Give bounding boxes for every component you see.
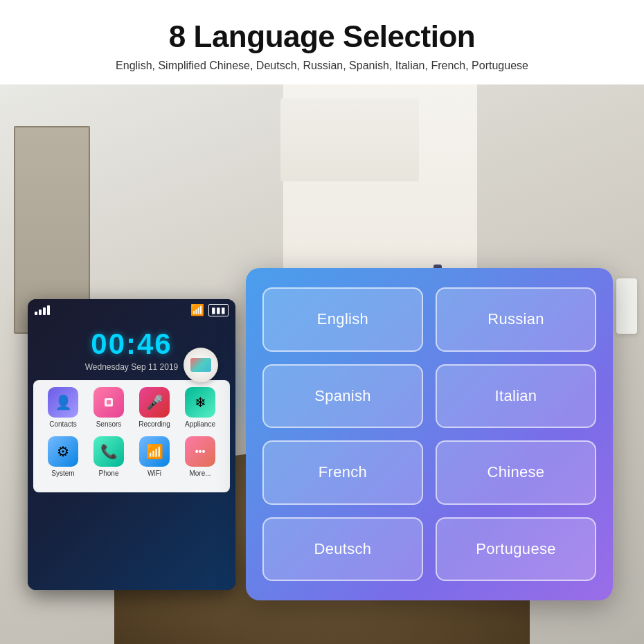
recording-icon: 🎤 — [139, 387, 170, 418]
signal-bar-4 — [47, 305, 50, 315]
app-contacts[interactable]: 👤 Contacts — [44, 387, 82, 428]
app-sensors[interactable]: Sensors — [89, 387, 128, 428]
svg-rect-3 — [107, 402, 109, 404]
wifi-icon: 📶 — [190, 303, 204, 316]
svg-rect-2 — [109, 400, 111, 402]
app-wifi[interactable]: 📶 WiFi — [135, 436, 174, 477]
device-screen: 📶 ▮▮▮ 00:46 Wednesday Sep 11 2019 👤 Cont… — [28, 299, 235, 590]
app-recording[interactable]: 🎤 Recording — [135, 387, 174, 428]
ceiling-light — [280, 98, 419, 181]
more-label: More... — [189, 469, 211, 477]
intercom-right — [616, 278, 637, 334]
recording-label: Recording — [138, 420, 170, 428]
app-appliance[interactable]: ❄ Appliance — [181, 387, 220, 428]
status-bar: 📶 ▮▮▮ — [28, 299, 235, 321]
wifi-app-icon: 📶 — [139, 436, 170, 467]
apps-grid: 👤 Contacts — [33, 380, 230, 492]
signal-bar-1 — [35, 312, 37, 315]
phone-icon: 📞 — [93, 436, 124, 467]
more-icon: ••• — [185, 436, 215, 467]
appliance-icon: ❄ — [185, 387, 215, 418]
page-title: 8 Language Selection — [14, 19, 630, 54]
appliance-label: Appliance — [185, 420, 215, 428]
page-subtitle: English, Simplified Chinese, Deutsch, Ru… — [14, 60, 630, 72]
svg-rect-4 — [109, 402, 111, 404]
sensors-icon — [93, 387, 124, 418]
lang-btn-french[interactable]: French — [262, 440, 423, 505]
contacts-label: Contacts — [49, 420, 76, 428]
svg-rect-1 — [107, 400, 109, 402]
apps-row-2: ⚙ System 📞 Phone 📶 WiFi ••• — [40, 436, 223, 477]
lang-btn-deutsch[interactable]: Deutsch — [262, 517, 423, 582]
system-label: System — [51, 469, 74, 477]
signal-bar-3 — [43, 307, 46, 315]
signal-bar-2 — [39, 310, 42, 315]
contacts-icon: 👤 — [48, 387, 78, 418]
lang-btn-spanish[interactable]: Spanish — [262, 364, 423, 429]
signal-bars — [35, 305, 50, 315]
header-section: 8 Language Selection English, Simplified… — [0, 0, 644, 84]
lang-btn-italian[interactable]: Italian — [436, 364, 596, 429]
sensors-label: Sensors — [96, 420, 122, 428]
phone-label: Phone — [99, 469, 119, 477]
app-more[interactable]: ••• More... — [181, 436, 220, 477]
round-device-screen — [190, 358, 211, 372]
lang-btn-english[interactable]: English — [262, 287, 423, 352]
image-area: 📶 ▮▮▮ 00:46 Wednesday Sep 11 2019 👤 Cont… — [0, 84, 644, 644]
round-wall-device — [184, 348, 218, 382]
language-grid: English Russian Spanish Italian French C… — [262, 287, 596, 581]
wifi-label: WiFi — [147, 469, 161, 477]
lang-btn-chinese[interactable]: Chinese — [436, 440, 596, 505]
app-phone[interactable]: 📞 Phone — [89, 436, 128, 477]
smart-panel: 📶 ▮▮▮ 00:46 Wednesday Sep 11 2019 👤 Cont… — [28, 299, 235, 590]
app-system[interactable]: ⚙ System — [44, 436, 82, 477]
language-panel: English Russian Spanish Italian French C… — [246, 268, 613, 600]
lang-btn-russian[interactable]: Russian — [436, 287, 596, 352]
battery-icon: ▮▮▮ — [208, 304, 229, 316]
lang-btn-portuguese[interactable]: Portuguese — [436, 517, 596, 582]
page-wrapper: 8 Language Selection English, Simplified… — [0, 0, 644, 644]
system-icon: ⚙ — [48, 436, 78, 467]
apps-row-1: 👤 Contacts — [40, 387, 223, 428]
